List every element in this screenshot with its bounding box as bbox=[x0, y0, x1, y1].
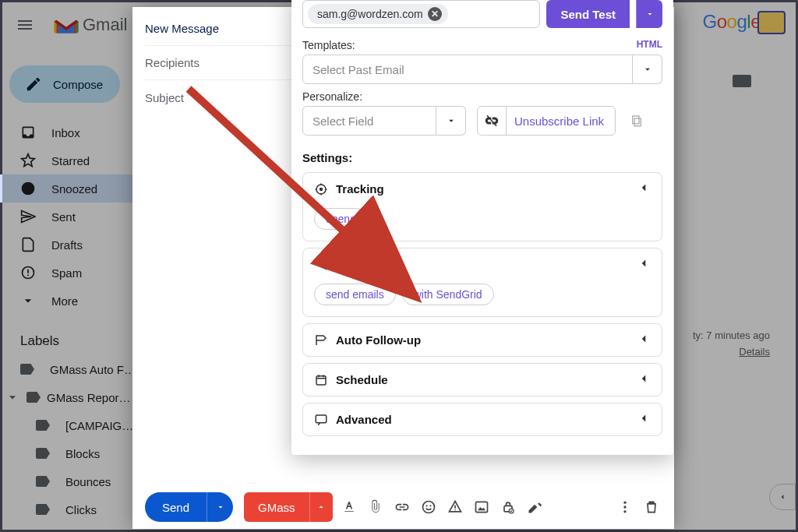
link-icon[interactable] bbox=[392, 490, 412, 524]
templates-select-dropdown[interactable] bbox=[633, 55, 662, 84]
gmail-logo-text: Gmail bbox=[83, 15, 127, 35]
tag-icon bbox=[36, 476, 50, 487]
more-icon[interactable] bbox=[615, 490, 635, 524]
svg-rect-11 bbox=[634, 118, 641, 126]
drive-icon[interactable] bbox=[445, 490, 465, 524]
svg-rect-15 bbox=[316, 375, 326, 384]
unlink-icon bbox=[477, 106, 507, 136]
svg-rect-1 bbox=[733, 75, 751, 87]
activity-text-block: ty: 7 minutes ago Details bbox=[693, 328, 770, 361]
menu-icon[interactable] bbox=[12, 12, 37, 37]
signature-icon[interactable] bbox=[524, 490, 545, 524]
advanced-header[interactable]: Advanced bbox=[303, 403, 662, 435]
inbox-icon bbox=[20, 125, 36, 140]
unsubscribe-link-button[interactable]: Unsubscribe Link bbox=[477, 106, 616, 136]
svg-point-2 bbox=[422, 502, 434, 513]
templates-label: Templates: bbox=[302, 39, 355, 51]
chevron-down-icon bbox=[5, 389, 20, 405]
tag-icon bbox=[20, 364, 34, 375]
svg-rect-5 bbox=[475, 502, 487, 512]
svg-point-14 bbox=[320, 187, 323, 191]
action-icon bbox=[314, 258, 328, 272]
clock-icon bbox=[20, 181, 36, 196]
action-pill-send-emails[interactable]: send emails bbox=[314, 284, 396, 305]
input-tools-icon[interactable] bbox=[733, 75, 754, 93]
copy-icon[interactable] bbox=[627, 106, 647, 136]
advanced-card: Advanced bbox=[302, 403, 662, 436]
templates-select[interactable]: Select Past Email bbox=[302, 55, 633, 84]
spam-icon bbox=[20, 265, 36, 280]
trash-icon[interactable] bbox=[641, 490, 662, 524]
send-button[interactable]: Send bbox=[145, 492, 207, 522]
schedule-header[interactable]: Schedule bbox=[303, 364, 662, 396]
personalize-label: Personalize: bbox=[302, 90, 362, 103]
activity-time: ty: 7 minutes ago bbox=[693, 328, 770, 344]
star-icon bbox=[20, 153, 36, 168]
image-icon[interactable] bbox=[471, 490, 492, 524]
calendar-icon bbox=[314, 373, 328, 387]
settings-heading: Settings: bbox=[302, 151, 662, 164]
autofollowup-card: Auto Follow-up bbox=[302, 323, 662, 357]
send-test-button[interactable]: Send Test bbox=[546, 0, 630, 28]
autofollowup-header[interactable]: Auto Follow-up bbox=[303, 324, 662, 356]
email-chip[interactable]: sam.g@wordzen.com ✕ bbox=[308, 4, 448, 24]
compose-button[interactable]: Compose bbox=[9, 65, 120, 103]
svg-point-3 bbox=[425, 505, 427, 506]
tracking-icon bbox=[314, 182, 328, 196]
chevron-down-icon bbox=[20, 293, 36, 308]
tracking-card: Tracking opens bbox=[302, 172, 662, 241]
attach-icon[interactable] bbox=[365, 490, 386, 524]
draft-icon bbox=[20, 237, 36, 252]
test-email-input[interactable]: sam.g@wordzen.com ✕ bbox=[302, 0, 540, 28]
gmass-panel: sam.g@wordzen.com ✕ Send Test Templates:… bbox=[291, 0, 673, 455]
tag-icon bbox=[36, 504, 50, 515]
schedule-card: Schedule bbox=[302, 363, 662, 396]
send-test-dropdown[interactable] bbox=[636, 0, 662, 28]
gmail-logo[interactable]: Gmail bbox=[53, 15, 127, 35]
format-icon[interactable] bbox=[339, 490, 359, 524]
remove-chip-icon[interactable]: ✕ bbox=[428, 7, 442, 21]
tag-icon bbox=[26, 392, 41, 403]
tracking-header[interactable]: Tracking bbox=[303, 173, 662, 205]
send-dropdown[interactable] bbox=[207, 492, 233, 522]
action-card: Action send emails with SendGrid bbox=[302, 248, 662, 317]
svg-point-9 bbox=[623, 506, 626, 508]
compose-label: Compose bbox=[53, 78, 103, 91]
send-icon bbox=[20, 209, 36, 224]
side-panel-toggle[interactable] bbox=[769, 484, 796, 510]
svg-rect-16 bbox=[316, 415, 327, 423]
google-logo: Google bbox=[703, 11, 761, 33]
chat-icon bbox=[314, 413, 328, 427]
confidential-icon[interactable] bbox=[498, 490, 518, 524]
gmass-dropdown[interactable] bbox=[309, 492, 333, 522]
tag-icon bbox=[36, 420, 50, 431]
templates-mode[interactable]: HTML bbox=[637, 39, 662, 51]
tag-icon bbox=[36, 448, 50, 459]
action-header[interactable]: Action bbox=[303, 248, 662, 280]
compose-toolbar: Send GMass bbox=[132, 485, 674, 529]
svg-point-10 bbox=[623, 510, 626, 513]
svg-point-4 bbox=[429, 505, 431, 506]
personalize-select-dropdown[interactable] bbox=[436, 106, 466, 136]
details-link[interactable]: Details bbox=[739, 346, 770, 358]
action-pill-sendgrid[interactable]: with SendGrid bbox=[402, 284, 494, 305]
svg-point-8 bbox=[623, 502, 626, 504]
personalize-select[interactable]: Select Field bbox=[302, 106, 436, 136]
emoji-icon[interactable] bbox=[418, 490, 439, 524]
extension-icon[interactable] bbox=[757, 11, 786, 34]
svg-rect-12 bbox=[633, 116, 639, 124]
tracking-pill-opens[interactable]: opens bbox=[314, 208, 367, 230]
gmass-button[interactable]: GMass bbox=[244, 492, 309, 522]
followup-icon bbox=[314, 333, 328, 347]
